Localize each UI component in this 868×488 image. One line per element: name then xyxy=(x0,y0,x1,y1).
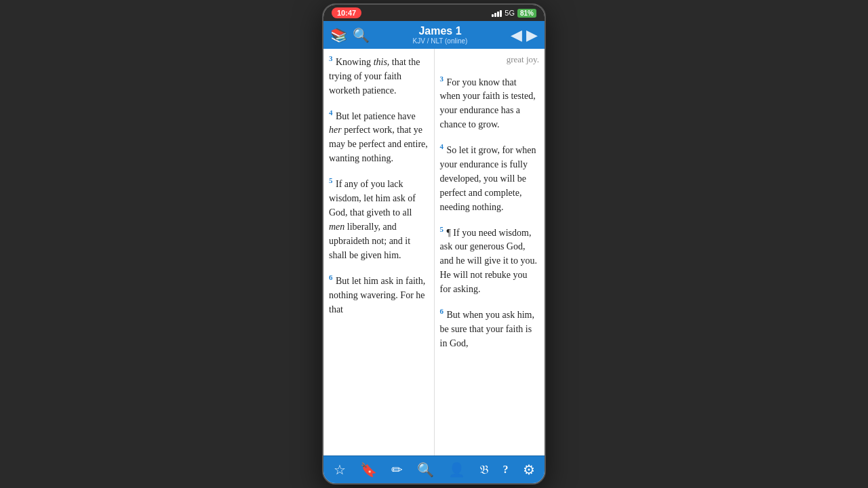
nlt-verse-6: 6 But when you ask him, be sure that you… xyxy=(440,306,540,350)
nlt-v4-text: So let it grow, for when your en­durance… xyxy=(440,145,536,212)
translation-subtitle: KJV / NLT (online) xyxy=(413,37,468,45)
content-area: 3 Knowing this, that the trying of your … xyxy=(323,49,545,455)
phone-container: 10:47 5G 81% 📚 🔍 James 1 KJV / NLT (onli… xyxy=(322,3,546,485)
verse-num-3-nlt: 3 xyxy=(440,75,444,83)
status-time: 10:47 xyxy=(332,7,361,18)
verse-num-6-kjv: 6 xyxy=(329,273,333,281)
kjv-verse-4: 4 But let patience have her perfect work… xyxy=(329,107,429,166)
bottom-toolbar: ☆ 🔖 ✏ 🔍 👤 𝔅 ? ⚙ xyxy=(323,455,545,483)
nlt-verse-4: 4 So let it grow, for when your en­duran… xyxy=(440,141,540,214)
verse-num-4-nlt: 4 xyxy=(440,142,444,150)
kjv-v5-text: If any of you lack wisdom, let him ask o… xyxy=(329,179,416,260)
verse-num-4-kjv: 4 xyxy=(329,108,333,117)
nlt-v6-text: But when you ask him, be sure that your … xyxy=(440,310,535,348)
verse-num-5-kjv: 5 xyxy=(329,176,333,184)
settings-button[interactable]: ⚙ xyxy=(523,462,535,478)
status-right: 5G 81% xyxy=(492,9,536,18)
bible-button[interactable]: 𝔅 xyxy=(479,463,489,477)
kjv-v6-text: But let him ask in faith, nothing wa­ver… xyxy=(329,276,425,314)
status-bar: 10:47 5G 81% xyxy=(323,5,545,21)
kjv-verse-6: 6 But let him ask in faith, nothing wa­v… xyxy=(329,272,429,317)
nav-bar: 📚 🔍 James 1 KJV / NLT (online) ◀ ▶ xyxy=(323,21,545,49)
bookmark-button[interactable]: 🔖 xyxy=(360,462,377,478)
verse-num-5-nlt: 5 xyxy=(440,225,444,233)
nlt-column: great joy. 3 For you know that when your… xyxy=(435,49,545,455)
kjv-column: 3 Knowing this, that the trying of your … xyxy=(323,49,435,455)
highlight-button[interactable]: ✏ xyxy=(391,462,403,478)
nlt-v5-text: ¶ If you need wis­dom, ask our gen­erous… xyxy=(440,227,537,294)
nlt-partial-top: great joy. xyxy=(440,53,540,66)
chapter-title: James 1 xyxy=(413,25,468,37)
nlt-verse-3: 3 For you know that when your faith is t… xyxy=(440,73,540,132)
kjv-verse-5: 5 If any of you lack wisdom, let him ask… xyxy=(329,175,429,262)
battery-indicator: 81% xyxy=(517,9,536,18)
kjv-v4-text: But let patience have her perfect work, … xyxy=(329,110,428,163)
search-button[interactable]: 🔍 xyxy=(417,462,434,478)
nav-left: 📚 🔍 xyxy=(330,27,370,43)
nlt-verse-5: 5 ¶ If you need wis­dom, ask our gen­ero… xyxy=(440,224,540,297)
help-button[interactable]: ? xyxy=(503,464,509,476)
forward-arrow[interactable]: ▶ xyxy=(526,26,538,44)
library-icon[interactable]: 📚 xyxy=(330,27,347,43)
network-type: 5G xyxy=(505,9,515,17)
signal-icon xyxy=(492,9,502,17)
verse-num-6-nlt: 6 xyxy=(440,307,444,315)
search-icon[interactable]: 🔍 xyxy=(353,27,370,43)
kjv-verse-3: 3 Knowing this, that the trying of your … xyxy=(329,53,429,98)
star-button[interactable]: ☆ xyxy=(334,462,346,478)
kjv-v3-text: Knowing this, that the trying of your fa… xyxy=(329,57,420,96)
nav-center: James 1 KJV / NLT (online) xyxy=(413,25,468,45)
person-button[interactable]: 👤 xyxy=(448,462,465,478)
nlt-v3-text: For you know that when your faith is tes… xyxy=(440,77,536,129)
back-arrow[interactable]: ◀ xyxy=(511,26,522,44)
verse-num-3-kjv: 3 xyxy=(329,54,333,62)
nav-right: ◀ ▶ xyxy=(511,26,538,44)
